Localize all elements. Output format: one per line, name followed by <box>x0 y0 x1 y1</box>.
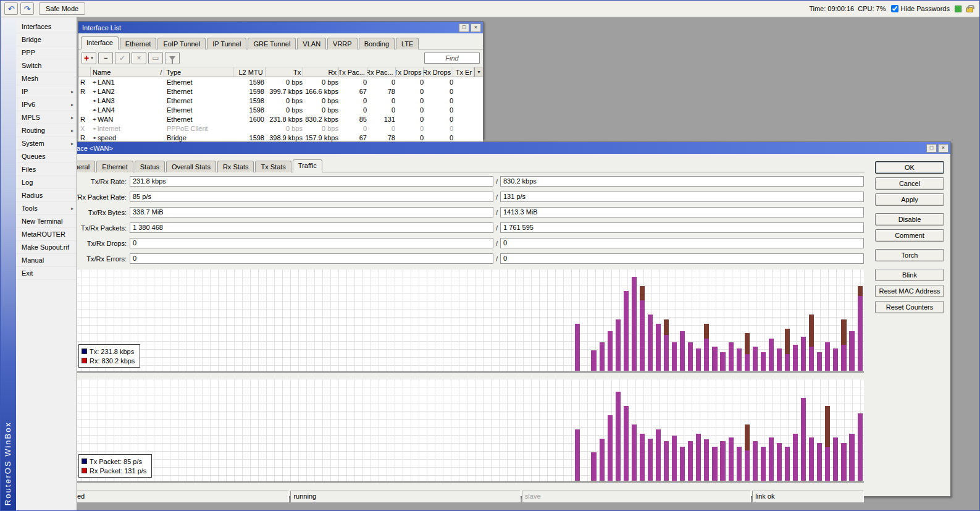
column-header-tx-pac[interactable]: Tx Pac... <box>339 67 367 77</box>
comment-button[interactable]: ▭ <box>148 52 163 64</box>
sidebar-item-manual[interactable]: Manual <box>16 254 77 267</box>
field-tx-rx-drops-value-2[interactable]: 0 <box>500 238 864 248</box>
sidebar-item-mpls[interactable]: MPLS▸ <box>16 111 77 124</box>
tab-rx-stats[interactable]: Rx Stats <box>217 161 254 172</box>
torch-button[interactable]: Torch <box>875 249 944 261</box>
enable-interface-button[interactable]: ✓ <box>115 52 130 64</box>
column-header-type[interactable]: Type <box>164 67 233 77</box>
reset-counters-button[interactable]: Reset Counters <box>875 301 944 313</box>
tab-bonding[interactable]: Bonding <box>359 38 395 49</box>
sidebar-item-make-supout-rif[interactable]: Make Supout.rif <box>16 241 77 254</box>
column-header-name[interactable]: Name/ <box>91 67 164 77</box>
interface-row-lan4[interactable]: ◂▸LAN4Ethernet15980 bps0 bps0000 <box>78 105 483 114</box>
interface-row-speed[interactable]: R◂▸speedBridge1598398.9 kbps157.9 kbps67… <box>78 133 483 142</box>
sidebar-item-bridge[interactable]: Bridge <box>16 33 77 46</box>
tab-vrrp[interactable]: VRRP <box>327 38 358 49</box>
wan-titlebar[interactable]: Interface <WAN> □ × <box>77 142 950 154</box>
find-input[interactable] <box>424 53 480 64</box>
undo-button[interactable]: ↶ <box>4 2 18 15</box>
safe-mode-button[interactable]: Safe Mode <box>39 2 85 15</box>
column-header-tx-drops[interactable]: Tx Drops <box>396 67 424 77</box>
tab-traffic[interactable]: Traffic <box>293 159 322 172</box>
sidebar-item-new-terminal[interactable]: New Terminal <box>16 215 77 228</box>
field-tx-rx-rate-value-1[interactable]: 231.8 kbps <box>130 176 493 187</box>
field-tx-rx-errors-value-2[interactable]: 0 <box>500 253 864 264</box>
sidebar-item-metarouter[interactable]: MetaROUTER <box>16 228 77 241</box>
field-tx-rx-bytes-value-1[interactable]: 338.7 MiB <box>130 207 493 217</box>
add-interface-button[interactable]: + ▼ <box>82 52 96 64</box>
sidebar-item-routing[interactable]: Routing▸ <box>16 124 77 137</box>
close-icon[interactable]: × <box>938 144 949 153</box>
sidebar-item-ppp[interactable]: PPP <box>16 46 77 59</box>
ok-button[interactable]: OK <box>875 161 944 174</box>
sidebar-item-ip[interactable]: IP▸ <box>16 85 77 98</box>
sidebar-item-mesh[interactable]: Mesh <box>16 72 77 85</box>
cancel-button[interactable]: Cancel <box>875 177 944 190</box>
tab-lte[interactable]: LTE <box>396 38 419 49</box>
field-separator: / <box>493 240 500 247</box>
interface-row-lan2[interactable]: R◂▸LAN2Ethernet1598399.7 kbps166.6 kbps6… <box>78 87 483 96</box>
column-header-tx-er[interactable]: Tx Er <box>453 67 474 77</box>
column-header-l2-mtu[interactable]: L2 MTU <box>233 67 266 77</box>
column-header-tx[interactable]: Tx <box>266 67 304 77</box>
chart-bar-slot <box>501 269 509 371</box>
column-menu-button[interactable]: ▼ <box>474 67 483 77</box>
hide-passwords-checkbox[interactable] <box>891 5 898 12</box>
field-tx-rx-bytes-value-2[interactable]: 1413.3 MiB <box>500 207 864 217</box>
apply-button[interactable]: Apply <box>875 193 944 206</box>
interface-row-wan[interactable]: R◂▸WANEthernet1600231.8 kbps830.2 kbps85… <box>78 114 483 124</box>
wan-traffic-fields: Tx/Rx Rate:231.8 kbps/830.2 kbpsTx/Rx Pa… <box>77 176 865 264</box>
interface-row-lan3[interactable]: ◂▸LAN3Ethernet15980 bps0 bps0000 <box>78 96 483 105</box>
tab-ethernet[interactable]: Ethernet <box>120 38 157 49</box>
sidebar-item-files[interactable]: Files <box>16 163 77 176</box>
tab-general[interactable]: General <box>77 161 95 172</box>
tab-eoip-tunnel[interactable]: EoIP Tunnel <box>157 38 206 49</box>
tab-status[interactable]: Status <box>135 161 165 172</box>
field-tx-rx-packets-value-1[interactable]: 1 380 468 <box>130 222 493 233</box>
tab-overall-stats[interactable]: Overall Stats <box>166 161 216 172</box>
sidebar-item-interfaces[interactable]: Interfaces <box>16 20 77 33</box>
sidebar-item-system[interactable]: System▸ <box>16 137 77 150</box>
sidebar-item-radius[interactable]: Radius <box>16 189 77 202</box>
sidebar-item-tools[interactable]: Tools▸ <box>16 202 77 215</box>
sidebar-item-switch[interactable]: Switch <box>16 59 77 72</box>
reset-mac-address-button[interactable]: Reset MAC Address <box>875 285 944 297</box>
field-tx-rx-errors-value-1[interactable]: 0 <box>130 253 493 264</box>
interface-row-lan1[interactable]: R◂▸LAN1Ethernet15980 bps0 bps0000 <box>78 77 483 87</box>
restore-icon[interactable]: □ <box>459 23 469 32</box>
field-tx-rx-packet-rate-value-2[interactable]: 131 p/s <box>500 192 864 202</box>
tab-ip-tunnel[interactable]: IP Tunnel <box>207 38 246 49</box>
tab-ethernet[interactable]: Ethernet <box>96 161 133 172</box>
field-tx-rx-packet-rate-value-1[interactable]: 85 p/s <box>130 192 493 202</box>
restore-icon[interactable]: □ <box>926 144 937 153</box>
chart-bar-slot <box>170 379 178 481</box>
disable-button[interactable]: Disable <box>875 213 944 226</box>
tab-gre-tunnel[interactable]: GRE Tunnel <box>248 38 296 49</box>
column-header-rx-pac[interactable]: Rx Pac... <box>367 67 396 77</box>
tab-tx-stats[interactable]: Tx Stats <box>255 161 291 172</box>
sidebar-item-queues[interactable]: Queues <box>16 150 77 163</box>
redo-button[interactable]: ↷ <box>20 2 34 15</box>
tab-vlan[interactable]: VLAN <box>297 38 326 49</box>
remove-interface-button[interactable]: − <box>98 52 113 64</box>
sidebar-item-log[interactable]: Log <box>16 176 77 189</box>
field-tx-rx-packets-value-2[interactable]: 1 761 595 <box>500 222 864 233</box>
field-tx-rx-rate-value-2[interactable]: 830.2 kbps <box>500 176 864 187</box>
submenu-arrow-icon: ▸ <box>71 89 73 95</box>
filter-button[interactable] <box>165 52 180 64</box>
sidebar-item-exit[interactable]: Exit <box>16 267 77 280</box>
interface-list-titlebar[interactable]: Interface List □ × <box>78 22 483 33</box>
chart-bar-slot <box>380 269 388 371</box>
comment-button[interactable]: Comment <box>875 229 944 242</box>
field-tx-rx-drops-value-1[interactable]: 0 <box>130 238 493 248</box>
blink-button[interactable]: Blink <box>875 269 944 281</box>
column-header-flag[interactable] <box>78 67 91 77</box>
tab-interface[interactable]: Interface <box>81 36 119 49</box>
disable-interface-button[interactable]: × <box>132 52 146 64</box>
close-icon[interactable]: × <box>471 23 481 32</box>
sidebar-item-ipv6[interactable]: IPv6▸ <box>16 98 77 111</box>
interface-row-internet[interactable]: X◂▸internetPPPoE Client0 bps0 bps0000 <box>78 124 483 133</box>
column-header-rx-drops[interactable]: Rx Drops <box>424 67 453 77</box>
column-header-rx[interactable]: Rx <box>303 67 339 77</box>
rx-bar <box>720 352 725 371</box>
